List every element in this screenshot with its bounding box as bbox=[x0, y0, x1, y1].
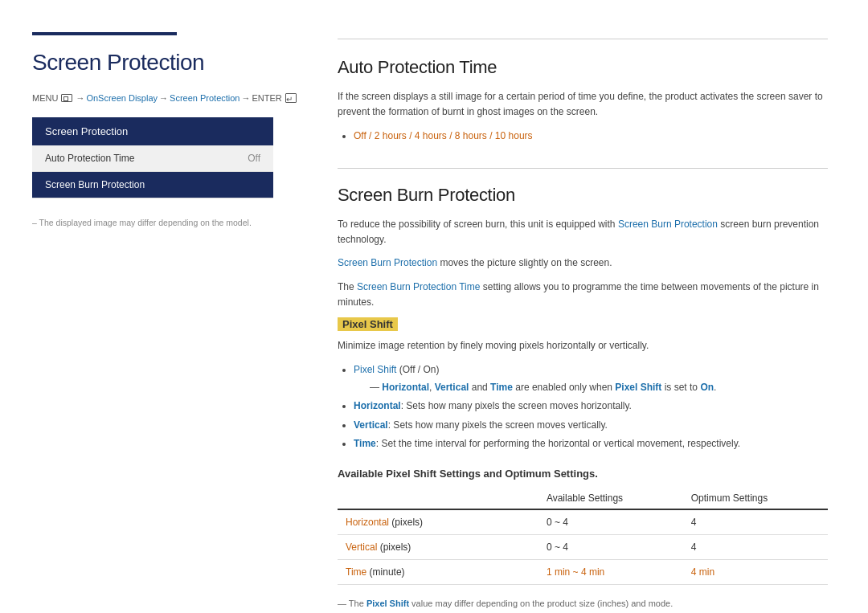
col-header-optimum: Optimum Settings bbox=[683, 488, 828, 509]
time-label-b: Time bbox=[354, 438, 376, 449]
table-notes: The Pixel Shift value may differ dependi… bbox=[338, 596, 828, 613]
row-optimum-time: 4 min bbox=[683, 560, 828, 585]
row-label-vertical: Vertical (pixels) bbox=[338, 535, 538, 560]
row-label-time: Time (minute) bbox=[338, 560, 538, 585]
arrow-2: → bbox=[159, 93, 168, 103]
auto-protection-options: Off / 2 hours / 4 hours / 8 hours / 10 h… bbox=[354, 128, 828, 145]
time-cell: Time bbox=[346, 566, 366, 578]
screen-burn-desc1: To reduce the possibility of screen burn… bbox=[338, 217, 828, 247]
note-1: The Pixel Shift value may differ dependi… bbox=[338, 596, 828, 611]
time-available: 1 min ~ 4 min bbox=[547, 566, 604, 578]
bullet-time: Time: Set the time interval for performi… bbox=[354, 435, 828, 453]
menu-path: MENU → OnScreen Display → Screen Protect… bbox=[32, 93, 305, 103]
pixel-shift-table: Available Settings Optimum Settings Hori… bbox=[338, 488, 828, 585]
auto-protection-desc: If the screen displays a still image for… bbox=[338, 89, 828, 120]
pixel-shift-section: Pixel Shift Minimize image retention by … bbox=[338, 318, 828, 453]
nav-item-screen-burn[interactable]: Screen Burn Protection bbox=[32, 172, 273, 198]
section-divider bbox=[338, 168, 828, 169]
screen-burn-desc3: The Screen Burn Protection Time setting … bbox=[338, 280, 828, 310]
arrow-3: → bbox=[241, 93, 250, 103]
arrow-1: → bbox=[76, 93, 84, 103]
horizontal-label-b: Horizontal bbox=[354, 400, 401, 411]
vertical-label-b: Vertical bbox=[354, 419, 388, 431]
right-panel: Auto Protection Time If the screen displ… bbox=[338, 32, 828, 613]
screen-protection-link: Screen Protection bbox=[170, 93, 240, 103]
nav-box: Screen Protection Auto Protection Time O… bbox=[32, 117, 273, 198]
screen-burn-title: Screen Burn Protection bbox=[338, 185, 828, 206]
menu-label: MENU bbox=[32, 93, 58, 103]
pixel-shift-inline: Pixel Shift bbox=[615, 382, 661, 393]
pixel-shift-text: Pixel Shift bbox=[354, 364, 396, 375]
table-row-horizontal: Horizontal (pixels) 0 ~ 4 4 bbox=[338, 509, 828, 535]
bullet-horizontal: Horizontal: Sets how many pixels the scr… bbox=[354, 398, 828, 415]
time-optimum: 4 min bbox=[691, 566, 714, 578]
nav-item-auto-protection[interactable]: Auto Protection Time Off bbox=[32, 145, 273, 172]
menu-icon bbox=[61, 94, 72, 102]
bullet-vertical: Vertical: Sets how many pixels the scree… bbox=[354, 417, 828, 435]
auto-protection-title: Auto Protection Time bbox=[338, 57, 828, 78]
enter-label: ENTER bbox=[252, 93, 281, 103]
top-bar-decoration bbox=[32, 32, 177, 35]
nav-header: Screen Protection bbox=[32, 117, 273, 145]
horizontal-label: Horizontal bbox=[382, 382, 429, 393]
col-header-label bbox=[338, 488, 538, 509]
row-label-horizontal: Horizontal (pixels) bbox=[338, 509, 538, 535]
col-header-available: Available Settings bbox=[538, 488, 683, 509]
page-title: Screen Protection bbox=[32, 50, 305, 76]
table-row-time: Time (minute) 1 min ~ 4 min 4 min bbox=[338, 560, 828, 585]
pixel-shift-label: Pixel Shift bbox=[338, 317, 398, 331]
row-available-time: 1 min ~ 4 min bbox=[538, 560, 683, 585]
table-title: Available Pixel Shift Settings and Optim… bbox=[338, 468, 828, 480]
sub-bullet-horizontal: Horizontal, Vertical and Time are enable… bbox=[370, 379, 828, 397]
horizontal-cell: Horizontal bbox=[346, 517, 389, 528]
screen-burn-link1: Screen Burn Protection bbox=[618, 219, 718, 230]
nav-item-label-burn: Screen Burn Protection bbox=[45, 179, 145, 190]
pixel-shift-bullets: Pixel Shift (Off / On) Horizontal, Verti… bbox=[354, 362, 828, 453]
row-optimum-vertical: 4 bbox=[683, 535, 828, 560]
pixel-shift-desc: Minimize image retention by finely movin… bbox=[338, 338, 828, 353]
vertical-cell: Vertical bbox=[346, 541, 377, 553]
row-available-horizontal: 0 ~ 4 bbox=[538, 509, 683, 535]
on-label: On bbox=[700, 382, 714, 393]
pixel-shift-sub: Horizontal, Vertical and Time are enable… bbox=[370, 379, 828, 397]
bullet-pixel-shift-onoff: Pixel Shift (Off / On) Horizontal, Verti… bbox=[354, 362, 828, 396]
screen-burn-link2: Screen Burn Protection bbox=[338, 257, 437, 268]
left-panel: Screen Protection MENU → OnScreen Displa… bbox=[32, 32, 305, 613]
time-label-inline: Time bbox=[490, 382, 513, 393]
nav-item-label: Auto Protection Time bbox=[45, 153, 134, 164]
screen-burn-desc2: Screen Burn Protection moves the picture… bbox=[338, 255, 828, 271]
pixel-shift-note-link: Pixel Shift bbox=[366, 599, 409, 608]
enter-icon bbox=[285, 93, 297, 103]
row-available-vertical: 0 ~ 4 bbox=[538, 535, 683, 560]
screen-burn-time-link: Screen Burn Protection Time bbox=[357, 281, 480, 292]
auto-protection-options-list: Off / 2 hours / 4 hours / 8 hours / 10 h… bbox=[354, 128, 828, 145]
left-note: The displayed image may differ depending… bbox=[32, 218, 305, 227]
table-row-vertical: Vertical (pixels) 0 ~ 4 4 bbox=[338, 535, 828, 560]
row-optimum-horizontal: 4 bbox=[683, 509, 828, 535]
onscreen-display-link: OnScreen Display bbox=[86, 93, 158, 103]
options-text: Off / 2 hours / 4 hours / 8 hours / 10 h… bbox=[354, 130, 533, 141]
nav-item-value: Off bbox=[248, 153, 260, 164]
top-divider bbox=[338, 39, 828, 39]
vertical-label-inline: Vertical bbox=[435, 382, 469, 393]
